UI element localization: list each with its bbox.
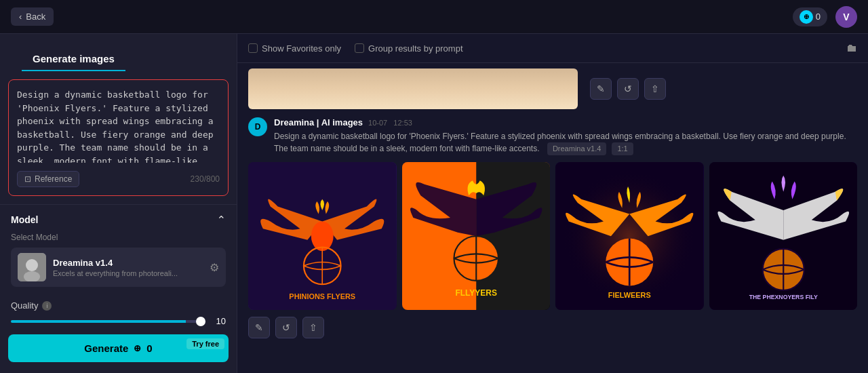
svg-text:FIELWEERS: FIELWEERS bbox=[608, 290, 651, 298]
grid-image-1[interactable]: PHINIONS FLYERS bbox=[248, 162, 397, 311]
group-results-checkbox[interactable] bbox=[355, 43, 364, 53]
credits-badge: ⊕ 0 bbox=[793, 7, 827, 26]
char-count: 230/800 bbox=[191, 174, 220, 184]
svg-text:PHINIONS FLYERS: PHINIONS FLYERS bbox=[289, 292, 355, 300]
model-thumbnail bbox=[18, 253, 46, 281]
reference-icon: ⊡ bbox=[24, 174, 31, 184]
show-favorites-label[interactable]: Show Favorites only bbox=[248, 43, 341, 54]
ratio-meta-tag: 1:1 bbox=[612, 142, 633, 155]
select-model-label: Select Model bbox=[11, 233, 226, 242]
preview-image-inner bbox=[248, 68, 578, 109]
quality-header: Quality i bbox=[11, 300, 226, 311]
svg-text:FLLYYERS: FLLYYERS bbox=[455, 288, 497, 297]
source-name: Dreamina | AI images bbox=[274, 117, 363, 127]
grid-image-2[interactable]: FLLYYERS bbox=[402, 162, 551, 311]
model-desc: Excels at everything from photoreali... bbox=[53, 269, 203, 277]
model-name: Dreamina v1.4 bbox=[53, 258, 203, 268]
generate-credits-count: 0 bbox=[146, 342, 152, 354]
prompt-source: D Dreamina | AI images 10-07 12:53 Desig… bbox=[248, 117, 857, 155]
grid-image-4[interactable]: THE PHEXNOYERS FILY bbox=[709, 162, 858, 311]
quality-section: Quality i 10 bbox=[0, 295, 237, 334]
bottom-actions: ✎ ↺ ⇧ bbox=[248, 317, 857, 338]
reference-label: Reference bbox=[35, 174, 72, 184]
bottom-export-button[interactable]: ⇧ bbox=[302, 317, 324, 338]
generate-label: Generate bbox=[84, 342, 128, 354]
model-info: Dreamina v1.4 Excels at everything from … bbox=[53, 258, 203, 277]
model-thumb-inner bbox=[18, 253, 46, 281]
refresh-image-button[interactable]: ↺ bbox=[617, 78, 639, 100]
reference-button[interactable]: ⊡ Reference bbox=[17, 171, 79, 187]
main-layout: Generate images Design a dynamic basketb… bbox=[0, 34, 868, 373]
chevron-up-icon[interactable]: ⌄ bbox=[217, 213, 226, 226]
model-settings-button[interactable]: ⚙ bbox=[210, 261, 219, 274]
credits-count: 0 bbox=[816, 12, 821, 22]
back-label: Back bbox=[26, 12, 45, 22]
info-icon: i bbox=[42, 301, 52, 311]
image-grid: PHINIONS FLYERS bbox=[248, 162, 857, 311]
model-section-header: Model ⌄ bbox=[11, 213, 226, 226]
group-results-label[interactable]: Group results by prompt bbox=[355, 43, 462, 54]
show-favorites-checkbox[interactable] bbox=[248, 43, 258, 53]
credits-icon: ⊕ bbox=[800, 10, 813, 24]
app-header: ‹ Back ⊕ 0 V bbox=[0, 0, 868, 34]
panel-title-wrapper: Generate images bbox=[0, 34, 237, 71]
source-avatar: D bbox=[248, 117, 267, 136]
quality-label: Quality bbox=[11, 300, 38, 311]
model-meta-tag: Dreamina v1.4 bbox=[547, 142, 607, 155]
edit-image-button[interactable]: ✎ bbox=[590, 78, 612, 100]
top-bar-left: Show Favorites only Group results by pro… bbox=[248, 43, 463, 54]
source-date: 10-07 12:53 bbox=[368, 119, 412, 127]
image-actions: ✎ ↺ ⇧ bbox=[590, 78, 666, 100]
left-panel: Generate images Design a dynamic basketb… bbox=[0, 34, 237, 373]
source-text: Dreamina | AI images 10-07 12:53 Design … bbox=[274, 117, 857, 155]
model-section: Model ⌄ Select Model Dreamina v1.4 Excel… bbox=[0, 204, 237, 295]
prompt-textarea[interactable]: Design a dynamic basketball logo for 'Ph… bbox=[17, 88, 220, 163]
prompt-area: Design a dynamic basketball logo for 'Ph… bbox=[8, 79, 229, 196]
top-bar: Show Favorites only Group results by pro… bbox=[237, 34, 868, 63]
export-image-button[interactable]: ⇧ bbox=[644, 78, 666, 100]
preview-row: ✎ ↺ ⇧ bbox=[248, 68, 857, 109]
svg-text:THE PHEXNOYERS FILY: THE PHEXNOYERS FILY bbox=[749, 294, 817, 300]
quality-slider[interactable] bbox=[11, 320, 205, 323]
right-panel: Show Favorites only Group results by pro… bbox=[237, 34, 868, 373]
generate-area: Generate ⊕ 0 Try free bbox=[8, 334, 229, 362]
back-button[interactable]: ‹ Back bbox=[11, 7, 54, 26]
header-right: ⊕ 0 V bbox=[793, 6, 857, 28]
bottom-edit-button[interactable]: ✎ bbox=[248, 317, 270, 338]
preview-image bbox=[248, 68, 578, 109]
prompt-footer: ⊡ Reference 230/800 bbox=[17, 171, 220, 187]
try-free-badge: Try free bbox=[186, 338, 224, 349]
avatar[interactable]: V bbox=[835, 6, 857, 28]
model-section-title: Model bbox=[11, 214, 38, 225]
source-name-row: Dreamina | AI images 10-07 12:53 bbox=[274, 117, 857, 127]
prompt-result: D Dreamina | AI images 10-07 12:53 Desig… bbox=[248, 117, 857, 338]
source-desc: Design a dynamic basketball logo for 'Ph… bbox=[274, 130, 857, 155]
slider-row: 10 bbox=[11, 316, 226, 326]
archive-button[interactable]: 🖿 bbox=[846, 42, 857, 54]
source-meta: Dreamina v1.4 1:1 bbox=[547, 142, 633, 155]
grid-image-3[interactable]: FIELWEERS bbox=[555, 162, 704, 311]
quality-value: 10 bbox=[212, 316, 226, 326]
content-area: ✎ ↺ ⇧ D Dreamina | AI images 10-07 bbox=[237, 63, 868, 373]
panel-title: Generate images bbox=[22, 42, 125, 71]
back-arrow-icon: ‹ bbox=[19, 12, 22, 22]
bottom-refresh-button[interactable]: ↺ bbox=[275, 317, 297, 338]
generate-credits-icon: ⊕ bbox=[134, 343, 141, 353]
model-card[interactable]: Dreamina v1.4 Excels at everything from … bbox=[11, 248, 226, 287]
